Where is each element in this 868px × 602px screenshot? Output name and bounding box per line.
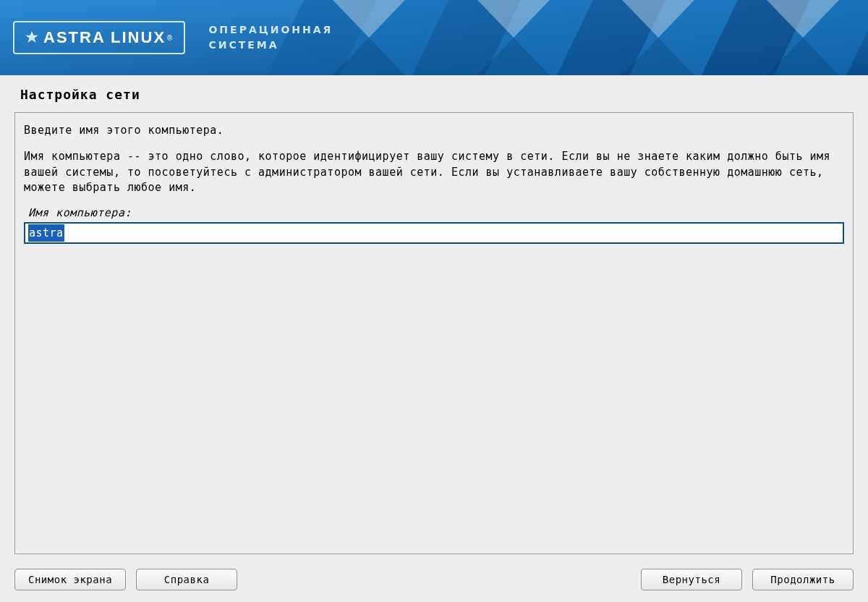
screenshot-button[interactable]: Снимок экрана	[14, 569, 126, 590]
back-button[interactable]: Вернуться	[641, 569, 742, 590]
svg-marker-17	[25, 31, 38, 43]
star-icon	[25, 30, 39, 45]
subtitle-line-2: СИСТЕМА	[208, 38, 333, 53]
continue-button[interactable]: Продолжить	[752, 569, 854, 590]
intro-text: Введите имя этого компьютера.	[24, 123, 844, 139]
hostname-input[interactable]: astra	[24, 222, 844, 244]
hostname-value: astra	[28, 224, 64, 242]
brand-subtitle: ОПЕРАЦИОННАЯ СИСТЕМА	[208, 22, 333, 53]
help-button[interactable]: Справка	[136, 569, 237, 590]
help-text: Имя компьютера -- это одно слово, которо…	[24, 149, 844, 196]
registered-mark: ®	[167, 34, 174, 42]
hostname-label: Имя компьютера:	[28, 206, 844, 219]
header-banner: ASTRA LINUX® ОПЕРАЦИОННАЯ СИСТЕМА	[0, 0, 868, 75]
brand-logo: ASTRA LINUX®	[13, 21, 185, 54]
subtitle-line-1: ОПЕРАЦИОННАЯ	[208, 22, 333, 38]
page-title: Настройка сети	[14, 75, 854, 112]
main-panel: Введите имя этого компьютера. Имя компью…	[14, 112, 854, 554]
logo-text: ASTRA LINUX	[43, 28, 166, 47]
button-row: Снимок экрана Справка Вернуться Продолжи…	[14, 554, 854, 590]
